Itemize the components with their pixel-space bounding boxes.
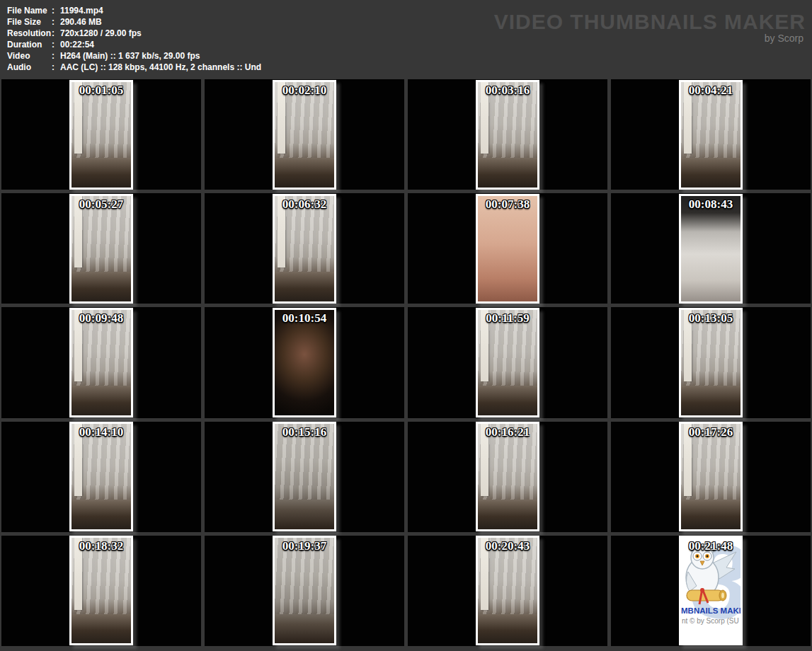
- logo-brand-name: MBNAILS MAKER: [681, 606, 740, 615]
- video-frame-image: [478, 82, 537, 188]
- video-frame-thumbnail: 8: [476, 308, 539, 417]
- video-frame-image: [72, 82, 131, 188]
- timestamp-overlay: 00:09:48: [79, 311, 123, 326]
- video-frame-thumbnail: 8: [679, 80, 743, 190]
- logo-brand-text: MBNAILS MAKER 8: [681, 606, 740, 615]
- thumbnail-cell: 8: [408, 79, 607, 190]
- metadata-separator: :: [52, 62, 60, 73]
- metadata-row: File Name : 11994.mp4: [7, 5, 261, 16]
- metadata-label: File Name: [7, 5, 52, 16]
- timestamp-overlay: 00:01:05: [79, 83, 123, 98]
- video-frame-thumbnail: 8: [679, 536, 743, 645]
- video-frame-thumbnail: 8: [476, 536, 539, 645]
- metadata-value: H264 (Main) :: 1 637 kb/s, 29.00 fps: [60, 50, 200, 62]
- timestamp-overlay: 00:08:43: [689, 197, 733, 212]
- thumbnail-cell: 8: [205, 79, 404, 190]
- metadata-row: Resolution : 720x1280 / 29.00 fps: [7, 28, 261, 39]
- thumbnail-grid: 8: [0, 78, 812, 651]
- video-frame-image: [275, 82, 334, 188]
- video-frame-image: [72, 310, 131, 415]
- metadata-label: File Size: [7, 16, 52, 28]
- metadata-label: Duration: [7, 39, 52, 50]
- metadata-label: Resolution: [7, 28, 52, 39]
- video-frame-thumbnail: 8: [69, 422, 133, 531]
- video-frame-image: [72, 196, 131, 301]
- timestamp-overlay: 00:19:37: [282, 539, 326, 553]
- video-frame-image: [275, 424, 334, 529]
- timestamp-overlay: 00:14:10: [79, 425, 123, 439]
- metadata-value: 720x1280 / 29.00 fps: [60, 28, 142, 39]
- metadata-row: Audio : AAC (LC) :: 128 kbps, 44100 Hz, …: [7, 62, 261, 73]
- timestamp-overlay: 00:04:21: [689, 83, 733, 98]
- video-frame-thumbnail: 8: [476, 194, 539, 304]
- timestamp-overlay: 00:15:16: [282, 425, 326, 439]
- timestamp-overlay: 00:10:54: [282, 311, 326, 326]
- info-header: File Name : 11994.mp4 File Size : 290.46…: [0, 0, 812, 78]
- timestamp-overlay: 00:03:16: [486, 83, 530, 98]
- logo-copyright-text: nt © by Scorp (SU: [682, 617, 740, 625]
- video-frame-thumbnail: 8: [679, 194, 743, 304]
- thumbnail-cell: 8: [1, 422, 201, 532]
- metadata-separator: :: [52, 16, 60, 28]
- timestamp-overlay: 00:17:26: [689, 425, 733, 439]
- metadata-row: Video : H264 (Main) :: 1 637 kb/s, 29.00…: [7, 50, 261, 62]
- thumbnail-cell: 8: [611, 193, 811, 304]
- thumbnail-cell: 8: [205, 193, 404, 304]
- thumbnail-cell: 8: [1, 307, 201, 417]
- video-frame-image: [681, 310, 740, 415]
- vtm-logo-watermark: 8: [681, 538, 740, 643]
- metadata-row: File Size : 290.46 MB: [7, 16, 261, 28]
- metadata-value: 00:22:54: [60, 39, 94, 50]
- video-frame-thumbnail: 8: [69, 194, 133, 304]
- timestamp-overlay: 00:21:48: [689, 539, 733, 553]
- thumbnail-cell: 8: [205, 536, 404, 646]
- timestamp-overlay: 00:06:32: [282, 197, 326, 212]
- timestamp-overlay: 00:18:32: [79, 539, 123, 553]
- app-author: by Scorp: [494, 33, 806, 44]
- video-frame-thumbnail: 8: [476, 422, 539, 531]
- video-frame-image: [275, 196, 334, 301]
- metadata-separator: :: [52, 50, 60, 62]
- app-title: VIDEO THUMBNAILS MAKER: [494, 11, 806, 33]
- timestamp-overlay: 00:02:10: [282, 83, 326, 98]
- metadata-separator: :: [52, 5, 60, 16]
- metadata-separator: :: [52, 39, 60, 50]
- video-frame-image: [478, 538, 537, 643]
- metadata-value: 11994.mp4: [60, 5, 103, 16]
- thumbnail-cell: 8: [408, 307, 607, 417]
- thumbnail-cell: 8: [205, 422, 404, 532]
- thumbnail-cell: 8: [408, 422, 607, 532]
- metadata-value: 290.46 MB: [60, 16, 102, 28]
- video-frame-thumbnail: 8: [273, 422, 336, 531]
- metadata-label: Audio: [7, 62, 52, 73]
- timestamp-overlay: 00:05:27: [79, 197, 123, 212]
- timestamp-overlay: 00:07:38: [486, 197, 530, 212]
- metadata-value: AAC (LC) :: 128 kbps, 44100 Hz, 2 channe…: [60, 62, 261, 73]
- thumbnail-cell: 8: [1, 536, 201, 646]
- video-frame-image: [681, 424, 740, 529]
- metadata-label: Video: [7, 50, 52, 62]
- video-frame-thumbnail: 8: [273, 194, 336, 304]
- video-frame-thumbnail: 8: [679, 308, 743, 417]
- thumbnail-cell: 8: [1, 79, 201, 190]
- metadata-row: Duration : 00:22:54: [7, 39, 261, 50]
- video-frame-image: [478, 310, 537, 415]
- video-frame-thumbnail: 8: [273, 308, 336, 417]
- video-frame-image: [478, 424, 537, 529]
- video-frame-image: [478, 196, 537, 301]
- metadata-separator: :: [52, 28, 60, 39]
- video-frame-image: [72, 424, 131, 529]
- video-frame-thumbnail: 8: [69, 80, 133, 190]
- thumbnail-cell: 8: [408, 193, 607, 304]
- app-branding: VIDEO THUMBNAILS MAKER by Scorp: [494, 11, 806, 44]
- video-frame-image: [72, 538, 131, 643]
- thumbnail-cell: 8: [611, 79, 811, 190]
- timestamp-overlay: 00:11:59: [486, 311, 529, 326]
- thumbnail-cell: 8: [611, 307, 811, 417]
- thumbnail-cell: 8: [611, 422, 811, 532]
- thumbnail-cell: 8: [408, 536, 607, 646]
- file-metadata-block: File Name : 11994.mp4 File Size : 290.46…: [7, 5, 261, 73]
- video-frame-image: [275, 310, 334, 415]
- thumbnail-cell: 8: [1, 193, 201, 304]
- video-frame-thumbnail: 8: [679, 422, 743, 531]
